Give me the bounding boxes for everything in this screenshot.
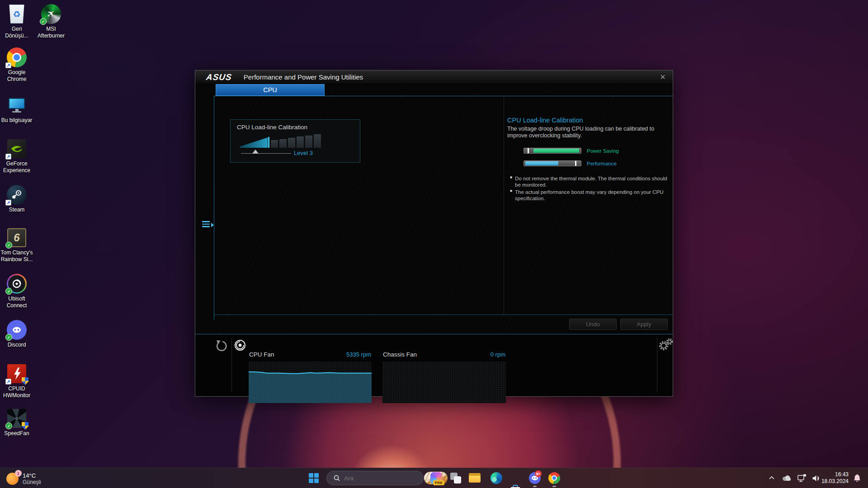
tray-clock[interactable]: 16:43 18.03.2024 [821, 471, 849, 485]
notification-bell-icon[interactable] [853, 474, 862, 482]
icon-label: Bu bilgisayar [1, 117, 33, 124]
chassis-fan-rpm: 0 rpm [460, 351, 505, 358]
desktop-icon-recycle-bin[interactable]: ♻ GeriDönüşü... [0, 4, 36, 39]
settings-gears-icon[interactable] [658, 337, 674, 352]
chassis-fan-label: Chassis Fan [383, 351, 417, 358]
taskbar: 1 14°C Güneşli PRE 9+ [0, 468, 868, 488]
rainbow-six-icon: 6 ✓ [6, 227, 27, 248]
cpu-fan-graph [249, 361, 372, 403]
weather-temp: 14°C [23, 472, 41, 479]
discord-icon: ✓ [6, 319, 27, 340]
tray-date: 18.03.2024 [821, 478, 849, 485]
tab-cpu[interactable]: CPU [216, 84, 325, 96]
microsoft-store-icon[interactable] [509, 484, 521, 488]
file-explorer-icon[interactable] [469, 472, 481, 484]
llc-slider-track[interactable] [241, 153, 291, 154]
note-thermal: * Do not remove the thermal module. The … [510, 175, 667, 188]
info-title: CPU Load-line Calibration [507, 117, 583, 124]
desktop-icon-msi-afterburner[interactable]: ✈ ✓ MSIAfterburner [32, 4, 70, 39]
desktop-icon-rainbow-six[interactable]: 6 ✓ Tom Clancy'sRainbow Si... [0, 227, 36, 263]
desktop-icon-discord[interactable]: ✓ Discord [0, 319, 36, 348]
edge-icon[interactable] [491, 472, 502, 484]
check-badge-icon: ✓ [5, 422, 12, 429]
weather-widget[interactable]: 1 14°C Güneşli [6, 470, 74, 487]
jet-icon: ✈ [44, 7, 58, 21]
cpu-fan-label: CPU Fan [249, 351, 274, 358]
accent-divider-vertical [214, 96, 214, 320]
desktop-icon-steam[interactable]: ↗ Steam [0, 184, 36, 213]
fan-logo-icon[interactable] [234, 339, 246, 351]
desktop: { "colors": { "accent_cyan": "#2da4d8", … [0, 0, 868, 488]
shortcut-arrow-icon: ↗ [5, 62, 11, 68]
network-icon[interactable] [797, 474, 807, 482]
close-icon[interactable]: × [660, 72, 665, 81]
search-input[interactable] [344, 475, 424, 482]
icon-label: CPUID [3, 385, 30, 392]
tray-chevron-up-icon[interactable] [769, 475, 775, 480]
performance-label: Performance [587, 161, 617, 166]
llc-slider-handle[interactable] [252, 150, 259, 154]
desktop-icon-google-chrome[interactable]: ↗ GoogleChrome [0, 47, 36, 83]
volume-icon[interactable] [812, 474, 821, 482]
asterisk-icon: * [510, 175, 512, 188]
check-badge-icon: ✓ [5, 288, 12, 295]
power-saving-track [524, 148, 581, 154]
start-button[interactable] [309, 473, 319, 483]
power-saving-label: Power Saving [587, 148, 619, 154]
uac-shield-icon [22, 377, 28, 385]
power-saving-bar: Power Saving [507, 147, 619, 154]
panel-separator [657, 338, 657, 392]
tab-row: CPU [214, 84, 673, 96]
recycle-symbol-icon: ♻ [13, 9, 20, 19]
undo-button[interactable]: Undo [569, 319, 617, 330]
tray-time: 16:43 [821, 471, 849, 478]
task-view-icon[interactable] [450, 472, 462, 484]
chassis-fan-graph [382, 361, 506, 403]
onedrive-icon[interactable] [782, 475, 792, 482]
check-badge-icon: ✓ [5, 334, 12, 341]
llc-level-label: Level 3 [294, 150, 313, 156]
icon-label: Steam [9, 206, 25, 213]
discord-running-indicator [533, 486, 537, 487]
icon-label: Google [7, 69, 27, 76]
llc-level-ramp[interactable] [240, 134, 324, 148]
icon-label: GeForce [3, 160, 30, 167]
search-box[interactable] [326, 471, 424, 485]
desktop-icon-cpuid-hwmonitor[interactable]: ↗ CPUIDHWMonitor [0, 363, 36, 399]
apply-button[interactable]: Apply [620, 319, 668, 330]
panel-separator [231, 338, 232, 392]
weather-badge: 1 [15, 470, 22, 477]
content-divider [504, 97, 504, 314]
desktop-icon-geforce-experience[interactable]: ↗ GeForceExperience [0, 138, 36, 174]
undo-arrow-icon[interactable] [215, 340, 228, 352]
window-body: CPU CPU Load-line Calibration Level 3 CP… [195, 84, 673, 396]
ubisoft-swirl-icon: ✓ [6, 273, 27, 294]
shortcut-arrow-icon: ↗ [5, 379, 11, 385]
chrome-running-indicator [552, 486, 556, 487]
asus-utility-window: ASUS Performance and Power Saving Utilit… [195, 70, 673, 397]
icon-label: MSI [38, 26, 65, 33]
hwmonitor-bolt-icon: ↗ [6, 363, 27, 384]
shortcut-arrow-icon: ↗ [5, 200, 11, 206]
window-titlebar[interactable]: ASUS Performance and Power Saving Utilit… [195, 70, 673, 84]
recycle-bin-icon: ♻ [6, 4, 27, 24]
asterisk-icon: * [510, 189, 512, 202]
monitor-icon [6, 95, 27, 116]
chrome-taskbar-icon[interactable] [548, 472, 560, 484]
desktop-icon-this-pc[interactable]: Bu bilgisayar [0, 95, 36, 124]
fan-monitor-panel: CPU Fan 5335 rpm Chassis Fan 0 rpm [195, 334, 673, 396]
weather-condition: Güneşli [23, 479, 41, 485]
msi-afterburner-icon: ✈ ✓ [41, 4, 61, 24]
desktop-icon-speedfan[interactable]: ✓ SpeedFan [0, 408, 36, 437]
content-bottom-line [214, 314, 673, 315]
icon-label: SpeedFan [4, 430, 29, 437]
info-description: The voltage droop during CPU loading can… [507, 126, 666, 139]
window-title: Performance and Power Saving Utilities [244, 73, 363, 81]
desktop-icon-ubisoft-connect[interactable]: ✓ UbisoftConnect [0, 273, 36, 309]
menu-expand-icon[interactable] [202, 220, 214, 231]
icon-label: Geri [5, 26, 28, 33]
speedfan-icon: ✓ [6, 408, 27, 429]
check-badge-icon: ✓ [40, 18, 47, 25]
icon-label: Ubisoft [7, 296, 27, 302]
search-icon [333, 474, 340, 482]
